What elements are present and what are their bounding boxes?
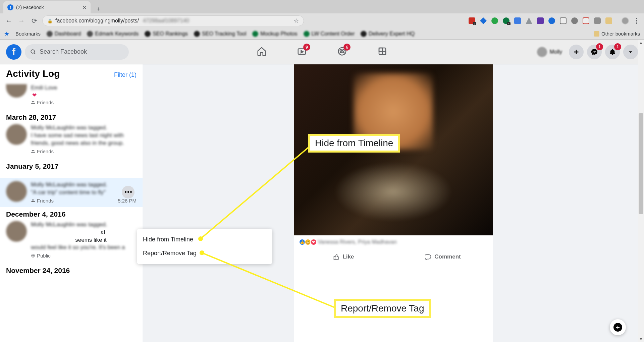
browser-tab[interactable]: f (2) Facebook ✕	[3, 1, 91, 13]
fb-right-controls: Molly 1 1	[534, 45, 638, 59]
ctx-report-remove-tag[interactable]: Report/Remove Tag	[137, 246, 272, 260]
bookmark-item[interactable]: SEO Rankings	[145, 31, 188, 37]
forward-button[interactable]: →	[17, 16, 26, 25]
bookmark-item[interactable]: SEO Tracking Tool	[194, 31, 246, 37]
tab-title: (2) Facebook	[16, 5, 44, 10]
extension-icon[interactable]	[560, 17, 567, 24]
nav-watch[interactable]: 9	[297, 46, 307, 58]
date-header: January 5, 2017	[6, 162, 137, 170]
audience-label: Friends	[31, 100, 137, 105]
main-content: Activity Log Filter (1) Emili Love ❤ Fri…	[0, 64, 644, 342]
extension-icon[interactable]: 2	[469, 17, 475, 24]
extension-icon[interactable]	[526, 17, 532, 24]
filter-link[interactable]: Filter (1)	[114, 71, 137, 78]
nav-gaming[interactable]	[377, 46, 387, 58]
avatar	[6, 84, 27, 98]
reactions-row[interactable]: 👍 😆 ❤ Vanessa Rivers, Priya Madhavan	[294, 235, 493, 249]
extension-icon[interactable]	[548, 17, 555, 24]
svg-point-12	[33, 101, 34, 102]
bookmark-item[interactable]: LW Content Order	[304, 31, 355, 37]
messenger-button[interactable]: 1	[587, 45, 602, 59]
svg-point-13	[32, 150, 33, 151]
close-icon[interactable]: ✕	[82, 4, 87, 11]
account-menu-button[interactable]	[623, 45, 638, 59]
search-placeholder: Search Facebook	[40, 48, 87, 55]
user-chip[interactable]: Molly	[534, 46, 566, 58]
entry-time: 5:26 PM	[118, 198, 137, 204]
notifications-button[interactable]: 1	[605, 45, 620, 59]
badge: 1	[614, 43, 621, 50]
fb-center-nav: 9 6	[257, 46, 387, 58]
extension-icon[interactable]	[514, 17, 521, 24]
like-button[interactable]: Like	[294, 249, 393, 265]
ctx-hide-from-timeline[interactable]: Hide from Timeline	[137, 233, 272, 246]
bookmark-item[interactable]: Delivery Expert HQ	[361, 31, 415, 37]
globe-icon	[31, 253, 35, 258]
plus-icon: ＋	[613, 323, 622, 332]
post-actions: Like Comment	[294, 249, 493, 265]
new-tab-button[interactable]: ＋	[94, 4, 103, 13]
activity-entry[interactable]: Emili Love ❤ Friends	[0, 84, 143, 110]
bookmark-item[interactable]: Dashboard	[47, 31, 81, 37]
extension-icon[interactable]: 4	[503, 17, 509, 24]
date-header: November 24, 2016	[6, 267, 137, 275]
activity-entry[interactable]: March 28, 2017 Molly McLaughlin was tagg…	[0, 113, 143, 159]
home-icon	[257, 46, 267, 56]
svg-line-1	[34, 53, 35, 54]
avatar	[6, 124, 27, 145]
entry-options-button[interactable]	[122, 186, 135, 198]
page-title: Activity Log	[6, 68, 60, 79]
reaction-names: Vanessa Rivers, Priya Madhavan	[318, 239, 397, 245]
extension-icon[interactable]	[491, 17, 498, 24]
extension-icon[interactable]	[537, 17, 544, 24]
svg-point-0	[31, 50, 35, 53]
plus-icon	[573, 48, 580, 56]
extension-icon[interactable]	[605, 17, 612, 24]
svg-point-5	[342, 50, 344, 51]
browser-chrome: f (2) Facebook ✕ ＋ ← → ⟳ 🔒 facebook.com/…	[0, 0, 644, 40]
nav-groups[interactable]: 6	[337, 46, 347, 58]
bookmark-star-icon[interactable]: ☆	[293, 17, 299, 24]
extension-icon[interactable]	[583, 17, 589, 24]
nav-home[interactable]	[257, 46, 267, 58]
omnibox[interactable]: 🔒 facebook.com/bloggingmolly/posts/ 4729…	[42, 15, 304, 26]
svg-point-4	[340, 50, 342, 51]
activity-entry[interactable]: December 4, 2016 Molly McLaughlin was ta…	[0, 210, 143, 264]
badge: 6	[343, 44, 351, 51]
create-fab[interactable]: ＋	[610, 319, 626, 335]
profile-avatar-icon[interactable]	[622, 17, 629, 24]
comment-button[interactable]: Comment	[393, 249, 493, 265]
bookmark-item[interactable]: Edmark Keywords	[87, 31, 139, 37]
scroll-thumb[interactable]	[639, 113, 643, 214]
extension-icon[interactable]	[594, 17, 601, 24]
extension-icon[interactable]	[480, 17, 487, 24]
address-bar-row: ← → ⟳ 🔒 facebook.com/bloggingmolly/posts…	[0, 13, 644, 28]
facebook-logo-icon[interactable]: f	[6, 44, 21, 60]
activity-entry: January 5, 2017	[0, 162, 143, 178]
activity-log-sidebar: Activity Log Filter (1) Emili Love ❤ Fri…	[0, 64, 143, 342]
bookmark-item[interactable]: Mockup Photos	[252, 31, 297, 37]
search-icon	[30, 49, 36, 55]
reload-button[interactable]: ⟳	[30, 16, 39, 25]
heart-icon: ❤	[32, 92, 37, 98]
chrome-menu-button[interactable]	[633, 18, 640, 24]
audience-label: Friends	[31, 149, 137, 154]
scroll-up-arrow[interactable]: ▲	[638, 40, 644, 46]
other-bookmarks[interactable]: Other bookmarks	[589, 31, 640, 37]
bookmarks-label[interactable]: Bookmarks	[15, 31, 41, 37]
activity-entry[interactable]: November 24, 2016	[0, 267, 143, 282]
svg-rect-18	[334, 256, 335, 260]
vertical-scrollbar[interactable]: ▲ ▼	[638, 40, 644, 342]
fb-header: f Search Facebook 9 6 Molly 1 1	[0, 40, 644, 64]
activity-entry-selected[interactable]: Molly McLaughlin was tagged. "A car trip…	[0, 178, 143, 207]
back-button[interactable]: ←	[4, 16, 13, 25]
extension-icon[interactable]	[571, 17, 578, 24]
date-header: December 4, 2016	[6, 210, 137, 218]
search-input[interactable]: Search Facebook	[25, 44, 129, 60]
url-text: facebook.com/bloggingmolly/posts/	[55, 18, 139, 24]
friends-icon	[31, 198, 35, 203]
avatar	[6, 181, 27, 202]
audience-label: Public	[31, 253, 137, 259]
scroll-down-arrow[interactable]: ▼	[638, 336, 644, 342]
create-button[interactable]	[569, 45, 584, 59]
